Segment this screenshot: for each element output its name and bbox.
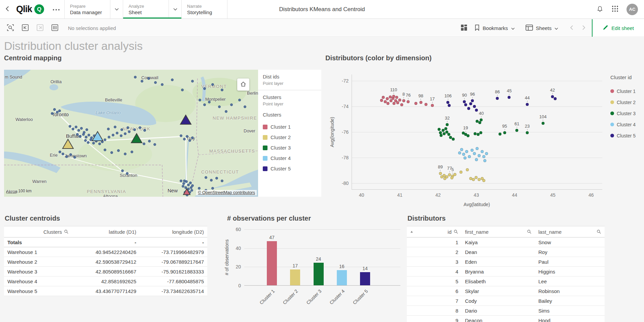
scatter-point[interactable] [482, 179, 486, 182]
scatter-point[interactable] [503, 131, 506, 134]
scatter-legend-item[interactable]: Cluster 4 [610, 119, 636, 130]
scatter-point[interactable] [448, 173, 451, 176]
prepare-dropdown-button[interactable] [110, 0, 123, 19]
column-header[interactable]: last_name [535, 226, 605, 237]
next-sheet-button[interactable] [578, 23, 588, 33]
scatter-point[interactable] [474, 132, 477, 135]
scatter-point[interactable] [482, 155, 486, 158]
scatter-point[interactable] [407, 100, 410, 103]
table-cell[interactable]: Paul [535, 257, 605, 267]
scatter-point[interactable] [450, 176, 453, 179]
scatter-point[interactable] [471, 149, 474, 152]
column-header[interactable]: latitude (D1) [72, 226, 140, 237]
table-cell[interactable]: Snow [535, 237, 605, 247]
scatter-point[interactable] [474, 176, 477, 179]
scatter-point[interactable] [400, 103, 403, 106]
search-icon[interactable] [454, 229, 458, 234]
scatter-point[interactable] [398, 98, 401, 101]
table-cell[interactable]: Skylar [462, 286, 535, 296]
table-cell[interactable]: -73.719966482979 [140, 247, 207, 257]
scatter-point[interactable] [471, 99, 474, 102]
smart-search-button[interactable] [5, 23, 15, 33]
scatter-point[interactable] [553, 97, 557, 100]
scatter-point[interactable] [541, 122, 544, 125]
table-row[interactable]: 3EdenPaul [407, 257, 605, 267]
centroid-map[interactable]: m SoundOrilliaCornwallVERMONTBerlinMontp… [4, 70, 258, 197]
scatter-point[interactable] [496, 97, 499, 100]
centroid-triangle[interactable] [183, 189, 190, 195]
table-cell[interactable]: Deacon [462, 316, 535, 322]
table-cell[interactable]: Hood [535, 316, 605, 322]
back-button[interactable] [0, 0, 15, 19]
edit-sheet-button[interactable]: Edit sheet [592, 19, 644, 37]
previous-sheet-button[interactable] [567, 23, 577, 33]
table-cell[interactable]: Dean [462, 247, 535, 257]
nav-section-prepare[interactable]: Prepare Data manager [65, 0, 123, 19]
table-cell[interactable]: Bryanna [462, 267, 535, 277]
scatter-point[interactable] [483, 159, 486, 162]
scatter-point[interactable] [466, 168, 469, 171]
selections-tool-button[interactable] [50, 23, 60, 33]
scatter-point[interactable] [479, 131, 482, 134]
scatter-point[interactable] [475, 158, 478, 161]
scatter-point[interactable] [462, 153, 465, 156]
table-cell[interactable]: Warehouse 4 [4, 277, 72, 286]
table-cell[interactable]: Elisabeth [462, 277, 535, 286]
table-row[interactable]: Warehouse 140.945422240426-73.7199664829… [4, 247, 207, 257]
scatter-point[interactable] [445, 175, 449, 179]
selections-back-button[interactable] [20, 23, 30, 33]
scatter-point[interactable] [458, 151, 461, 154]
scatter-point[interactable] [526, 103, 529, 106]
scatter-point[interactable] [467, 107, 470, 110]
scatter-point[interactable] [463, 100, 466, 103]
scatter-plot-area[interactable]: -72-74-76-78-804041424344454611087698178… [352, 74, 602, 190]
scatter-point[interactable] [380, 99, 383, 102]
table-cell[interactable]: 1 [407, 237, 462, 247]
nav-section-narrate[interactable]: Narrate Storytelling [182, 0, 227, 19]
scatter-point[interactable] [460, 148, 463, 151]
scatter-legend-item[interactable]: Cluster 2 [610, 97, 636, 108]
app-launcher-button[interactable] [612, 5, 618, 13]
table-cell[interactable]: 9 [407, 316, 462, 322]
centroid-triangle[interactable] [131, 134, 142, 143]
scatter-point[interactable] [480, 119, 483, 122]
scatter-point[interactable] [452, 137, 455, 140]
map-legend-item[interactable]: Cluster 1 [263, 122, 317, 132]
search-icon[interactable] [64, 229, 69, 234]
scatter-point[interactable] [453, 173, 456, 176]
scatter-point[interactable] [447, 133, 450, 136]
bar-plot-area[interactable]: 020406047Cluster 117Cluster 224Cluster 3… [244, 229, 400, 286]
table-cell[interactable]: Eden [462, 257, 535, 267]
sheet-objects-button[interactable] [459, 23, 469, 33]
search-icon[interactable] [597, 229, 601, 234]
scatter-point[interactable] [477, 154, 480, 157]
bar[interactable] [360, 272, 370, 285]
scatter-legend-item[interactable]: Cluster 3 [610, 108, 636, 119]
map-legend-item[interactable]: Cluster 4 [263, 153, 317, 163]
map-legend-item[interactable]: Cluster 5 [263, 163, 317, 174]
scatter-point[interactable] [515, 129, 518, 132]
table-cell[interactable]: Bailey [535, 296, 605, 306]
scatter-point[interactable] [396, 101, 399, 104]
scatter-point[interactable] [508, 96, 511, 99]
table-cell[interactable]: Higgins [535, 267, 605, 277]
scatter-point[interactable] [395, 96, 398, 99]
scatter-point[interactable] [392, 95, 395, 98]
scatter-point[interactable] [475, 147, 478, 150]
sheets-button[interactable]: Sheets [520, 19, 564, 37]
table-cell[interactable]: Warehouse 5 [4, 286, 72, 296]
scatter-point[interactable] [393, 102, 396, 105]
bar[interactable] [337, 270, 347, 285]
scatter-point[interactable] [472, 178, 475, 181]
table-cell[interactable]: Sims [535, 306, 605, 316]
bar[interactable] [290, 269, 300, 285]
table-row[interactable]: Warehouse 342.805089516667-75.9016218833… [4, 267, 207, 277]
nav-section-analyze[interactable]: Analyze Sheet [123, 0, 181, 19]
map-legend-item[interactable]: Cluster 2 [263, 132, 317, 142]
scatter-point[interactable] [468, 155, 471, 158]
table-cell[interactable]: 6 [407, 286, 462, 296]
scatter-point[interactable] [386, 97, 389, 100]
avatar[interactable]: AC [627, 4, 638, 15]
bar[interactable] [314, 263, 324, 285]
scatter-point[interactable] [402, 99, 405, 102]
